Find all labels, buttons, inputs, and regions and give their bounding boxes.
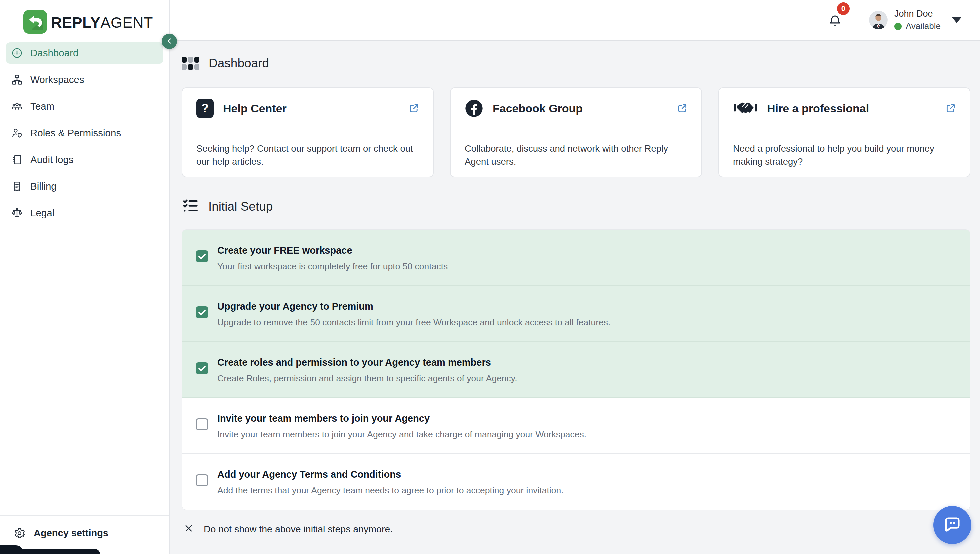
- setup-step-checkbox[interactable]: [196, 362, 208, 374]
- page-title: Dashboard: [208, 56, 269, 70]
- setup-step[interactable]: Invite your team members to join your Ag…: [182, 398, 970, 454]
- setup-step-title: Create your FREE workspace: [217, 245, 448, 256]
- card-title: Help Center: [223, 102, 287, 115]
- initial-setup-title: Initial Setup: [208, 200, 273, 214]
- card-description: Seeking help? Contact our support team o…: [182, 129, 433, 168]
- receipt-icon: [11, 180, 23, 192]
- sidebar-collapse-button[interactable]: [162, 33, 177, 49]
- setup-step-title: Invite your team members to join your Ag…: [217, 413, 586, 424]
- sidebar-item-workspaces[interactable]: Workspaces: [6, 69, 163, 90]
- initial-setup-checklist: Create your FREE workspace Your first wo…: [182, 229, 970, 510]
- bottom-left-toast: [0, 549, 100, 554]
- dashboard-section-header: Dashboard: [182, 50, 970, 76]
- user-status: Available: [894, 21, 941, 31]
- external-link-icon[interactable]: [408, 103, 420, 114]
- setup-step-checkbox[interactable]: [196, 418, 208, 430]
- setup-step-subtitle: Upgrade to remove the 50 contacts limit …: [217, 317, 610, 328]
- handshake-icon: [733, 100, 758, 117]
- card-description: Collaborate, discuss and network with ot…: [451, 129, 702, 168]
- external-link-icon[interactable]: [677, 103, 688, 114]
- scales-icon: [11, 207, 23, 219]
- setup-step-subtitle: Add the terms that your Agency team need…: [217, 486, 564, 496]
- card-header: ? Help Center: [182, 88, 433, 129]
- card-help-center[interactable]: ? Help Center Seeking help? Contact our …: [182, 88, 434, 177]
- setup-step[interactable]: Create roles and permission to your Agen…: [182, 342, 970, 398]
- card-title: Hire a professional: [767, 102, 869, 115]
- setup-step-checkbox[interactable]: [196, 306, 208, 318]
- question-icon: ?: [196, 99, 214, 118]
- card-description: Need a professional to help you build yo…: [719, 129, 970, 168]
- sidebar-item-billing[interactable]: Billing: [6, 176, 163, 197]
- agency-settings-button[interactable]: Agency settings: [0, 515, 169, 554]
- app-root: REPLYAGENT Dashboard Workspaces Team Rol…: [0, 0, 980, 554]
- card-header: Hire a professional: [719, 88, 970, 129]
- status-label: Available: [906, 21, 941, 31]
- initial-setup-section-header: Initial Setup: [182, 193, 970, 220]
- notebook-icon: [11, 154, 23, 166]
- setup-step-subtitle: Create Roles, permission and assign them…: [217, 373, 517, 384]
- sidebar-nav: Dashboard Workspaces Team Roles & Permis…: [0, 35, 169, 224]
- user-info: John Doe Available: [894, 9, 941, 31]
- sidebar-item-legal[interactable]: Legal: [6, 202, 163, 224]
- avatar: [869, 11, 888, 29]
- gear-icon: [13, 527, 25, 539]
- brand-logo-icon: [23, 10, 47, 35]
- setup-step-subtitle: Invite your team members to join your Ag…: [217, 429, 586, 440]
- card-hire-a-professional[interactable]: Hire a professional Need a professional …: [718, 88, 970, 177]
- notification-badge: 0: [837, 2, 850, 15]
- topbar: 0: [170, 0, 980, 41]
- card-header: Facebook Group: [451, 88, 702, 129]
- chevron-left-icon: [164, 36, 174, 47]
- sidebar-item-dashboard[interactable]: Dashboard: [6, 42, 163, 64]
- user-name: John Doe: [894, 9, 941, 19]
- external-link-icon[interactable]: [945, 103, 956, 114]
- card-facebook-group[interactable]: Facebook Group Collaborate, discuss and …: [450, 88, 702, 177]
- close-icon: [184, 523, 194, 535]
- chevron-down-icon: [952, 18, 961, 23]
- main-area: 0: [170, 0, 980, 554]
- card-title: Facebook Group: [493, 102, 583, 115]
- users-icon: [11, 100, 23, 112]
- setup-step-subtitle: Your first workspace is completely free …: [217, 261, 448, 272]
- setup-step[interactable]: Create your FREE workspace Your first wo…: [182, 230, 970, 286]
- bell-icon: [828, 24, 842, 29]
- sidebar: REPLYAGENT Dashboard Workspaces Team Rol…: [0, 0, 170, 554]
- quick-link-cards: ? Help Center Seeking help? Contact our …: [182, 88, 970, 177]
- setup-step-title: Upgrade your Agency to Premium: [217, 301, 610, 312]
- sidebar-item-audit-logs[interactable]: Audit logs: [6, 149, 163, 170]
- agency-settings-label: Agency settings: [33, 528, 108, 539]
- dashboard-grid-icon: [182, 57, 199, 70]
- facebook-icon: [465, 99, 483, 118]
- user-menu[interactable]: John Doe Available: [869, 9, 961, 31]
- chat-bubble-icon: [942, 514, 963, 536]
- setup-step-title: Add your Agency Terms and Conditions: [217, 469, 564, 480]
- dashboard-content: Dashboard ? Help Center Seeking help? Co…: [170, 41, 980, 535]
- gauge-icon: [11, 47, 23, 59]
- setup-step-checkbox[interactable]: [196, 474, 208, 486]
- user-shield-icon: [11, 127, 23, 139]
- notifications-button[interactable]: 0: [828, 14, 842, 30]
- setup-step[interactable]: Upgrade your Agency to Premium Upgrade t…: [182, 286, 970, 342]
- dismiss-initial-steps[interactable]: Do not show the above initial steps anym…: [182, 523, 970, 535]
- setup-step[interactable]: Add your Agency Terms and Conditions Add…: [182, 454, 970, 509]
- sidebar-item-roles-permissions[interactable]: Roles & Permissions: [6, 123, 163, 144]
- brand-name: REPLYAGENT: [51, 14, 153, 31]
- setup-step-title: Create roles and permission to your Agen…: [217, 357, 517, 368]
- setup-step-checkbox[interactable]: [196, 250, 208, 262]
- brand-logo[interactable]: REPLYAGENT: [0, 0, 169, 35]
- sitemap-icon: [11, 74, 23, 86]
- status-dot-icon: [894, 23, 902, 30]
- dismiss-label: Do not show the above initial steps anym…: [204, 524, 393, 535]
- checklist-icon: [182, 197, 199, 216]
- sidebar-item-team[interactable]: Team: [6, 96, 163, 117]
- chat-fab-button[interactable]: [933, 506, 971, 544]
